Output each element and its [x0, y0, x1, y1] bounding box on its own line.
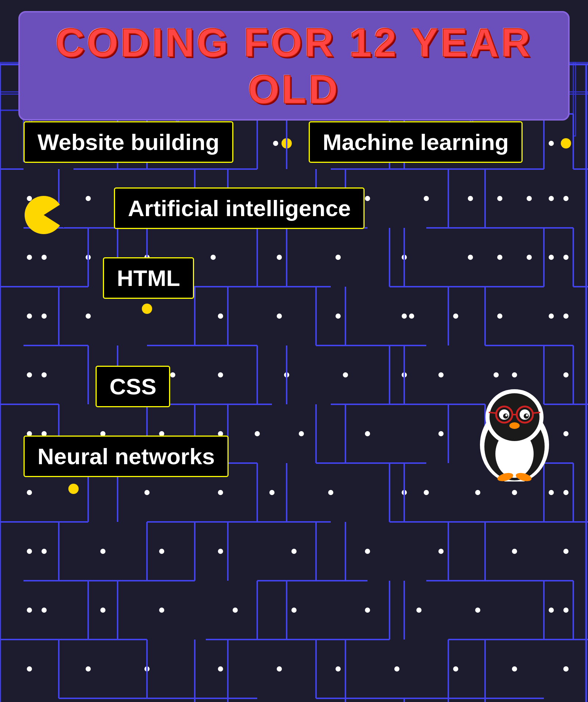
svg-point-174: [100, 608, 105, 613]
svg-point-194: [27, 255, 32, 260]
svg-line-293: [489, 412, 496, 413]
svg-point-147: [218, 372, 223, 377]
svg-point-126: [497, 196, 502, 201]
svg-point-150: [512, 372, 517, 377]
topic-html: HTML: [103, 257, 194, 299]
svg-point-195: [27, 314, 32, 319]
svg-point-301: [509, 422, 520, 429]
page-header: CODING FOR 12 YEAR OLD: [18, 11, 570, 121]
svg-point-171: [438, 549, 444, 554]
svg-point-182: [27, 666, 32, 671]
svg-point-156: [438, 431, 444, 436]
svg-point-212: [468, 196, 473, 201]
svg-point-131: [277, 255, 282, 260]
svg-point-179: [416, 608, 422, 613]
svg-point-175: [159, 608, 164, 613]
svg-point-205: [563, 431, 569, 436]
svg-point-158: [68, 484, 79, 494]
svg-point-143: [549, 314, 554, 319]
svg-point-196: [27, 372, 32, 377]
svg-point-202: [563, 255, 569, 260]
svg-point-185: [218, 666, 223, 671]
svg-point-206: [563, 490, 569, 495]
svg-point-128: [42, 255, 47, 260]
penguin-character: [474, 386, 555, 481]
svg-point-163: [475, 490, 480, 495]
svg-point-208: [563, 608, 569, 613]
svg-point-159: [144, 490, 150, 495]
svg-point-161: [328, 490, 333, 495]
svg-point-178: [365, 608, 370, 613]
svg-point-217: [211, 255, 216, 260]
svg-point-160: [218, 490, 223, 495]
svg-point-154: [255, 431, 260, 436]
svg-point-144: [42, 372, 47, 377]
svg-point-222: [343, 372, 348, 377]
svg-point-136: [142, 304, 152, 314]
svg-point-203: [563, 314, 569, 319]
svg-point-177: [291, 608, 297, 613]
svg-point-173: [42, 608, 47, 613]
svg-point-188: [394, 666, 399, 671]
svg-point-121: [86, 196, 91, 201]
topic-machine-learning: Machine learning: [309, 121, 523, 163]
svg-point-213: [527, 196, 532, 201]
svg-point-300: [526, 414, 528, 416]
svg-point-170: [365, 549, 370, 554]
svg-point-214: [336, 255, 341, 260]
svg-point-168: [218, 549, 223, 554]
svg-point-120: [561, 138, 571, 148]
svg-point-169: [291, 549, 297, 554]
svg-point-134: [497, 255, 502, 260]
svg-point-167: [159, 549, 164, 554]
svg-point-183: [86, 666, 91, 671]
svg-point-138: [86, 314, 91, 319]
svg-point-124: [365, 196, 370, 201]
svg-point-118: [549, 141, 554, 146]
svg-point-189: [453, 666, 458, 671]
svg-point-224: [494, 372, 499, 377]
svg-point-219: [336, 314, 341, 319]
topic-neural-networks: Neural networks: [24, 436, 229, 477]
svg-point-114: [273, 141, 278, 146]
svg-point-127: [549, 196, 554, 201]
pacman-character: [24, 195, 64, 235]
topic-website-building: Website building: [24, 121, 233, 163]
svg-point-209: [563, 666, 569, 671]
topic-artificial-intelligence: Artificial intelligence: [114, 187, 365, 229]
svg-point-140: [277, 314, 282, 319]
svg-point-172: [512, 549, 517, 554]
svg-point-176: [233, 608, 238, 613]
svg-point-149: [438, 372, 444, 377]
svg-point-216: [527, 255, 532, 260]
svg-point-228: [269, 490, 275, 495]
svg-point-141: [402, 314, 407, 319]
topic-css: CSS: [96, 366, 170, 407]
svg-point-166: [100, 549, 105, 554]
svg-line-294: [533, 412, 540, 413]
svg-point-125: [424, 196, 429, 201]
svg-point-218: [218, 314, 223, 319]
svg-point-299: [505, 414, 508, 416]
svg-point-186: [277, 666, 282, 671]
svg-point-181: [549, 608, 554, 613]
svg-point-200: [27, 608, 32, 613]
svg-point-142: [497, 314, 502, 319]
svg-point-199: [27, 549, 32, 554]
svg-point-229: [424, 490, 429, 495]
svg-point-146: [170, 372, 175, 377]
svg-point-207: [563, 549, 569, 554]
page-title: CODING FOR 12 YEAR OLD: [38, 19, 550, 112]
svg-point-198: [27, 490, 32, 495]
svg-point-220: [409, 314, 414, 319]
svg-point-187: [336, 666, 341, 671]
svg-point-165: [42, 549, 47, 554]
svg-point-201: [563, 196, 569, 201]
svg-point-180: [475, 608, 480, 613]
svg-point-227: [299, 431, 304, 436]
svg-point-221: [453, 314, 458, 319]
svg-point-190: [512, 666, 517, 671]
svg-point-215: [468, 255, 473, 260]
svg-point-137: [42, 314, 47, 319]
svg-point-164: [549, 490, 554, 495]
